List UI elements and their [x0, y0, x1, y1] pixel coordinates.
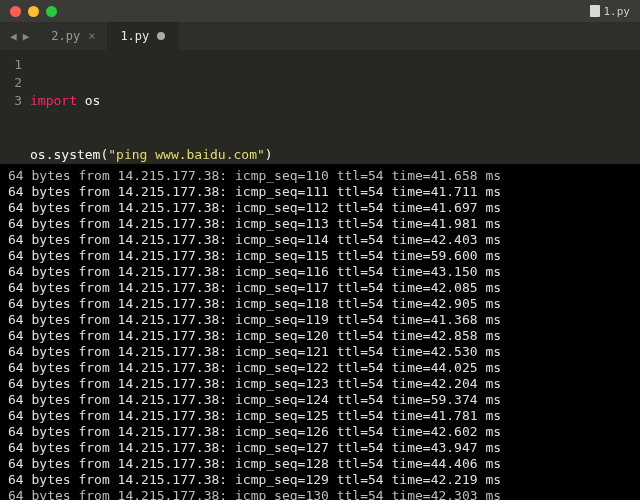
tab-nav-arrows: ◀ ▶ — [0, 22, 39, 50]
tab-label: 2.py — [51, 29, 80, 43]
module-os: os — [85, 93, 101, 108]
console-line: 64 bytes from 14.215.177.38: icmp_seq=11… — [8, 280, 632, 296]
nav-forward-icon[interactable]: ▶ — [23, 30, 30, 43]
console-line: 64 bytes from 14.215.177.38: icmp_seq=12… — [8, 376, 632, 392]
zoom-window-icon[interactable] — [46, 6, 57, 17]
close-tab-icon[interactable]: × — [88, 29, 95, 43]
code-area[interactable]: import os os.system("ping www.baidu.com"… — [30, 56, 640, 158]
window-title: 1.py — [590, 5, 631, 18]
console-line: 64 bytes from 14.215.177.38: icmp_seq=11… — [8, 200, 632, 216]
console-line: 64 bytes from 14.215.177.38: icmp_seq=11… — [8, 184, 632, 200]
console-line: 64 bytes from 14.215.177.38: icmp_seq=12… — [8, 344, 632, 360]
line-gutter: 1 2 3 — [0, 56, 30, 158]
nav-back-icon[interactable]: ◀ — [10, 30, 17, 43]
code-line: os.system("ping www.baidu.com") — [30, 146, 640, 164]
console-line: 64 bytes from 14.215.177.38: icmp_seq=12… — [8, 456, 632, 472]
line-number: 3 — [0, 92, 22, 110]
tab-bar: ◀ ▶ 2.py × 1.py — [0, 22, 640, 50]
code-line: import os — [30, 92, 640, 110]
paren-close: ) — [265, 147, 273, 162]
console-line: 64 bytes from 14.215.177.38: icmp_seq=11… — [8, 168, 632, 184]
console-line: 64 bytes from 14.215.177.38: icmp_seq=11… — [8, 216, 632, 232]
minimize-window-icon[interactable] — [28, 6, 39, 17]
window-titlebar: 1.py — [0, 0, 640, 22]
tab-label: 1.py — [120, 29, 149, 43]
console-line: 64 bytes from 14.215.177.38: icmp_seq=12… — [8, 392, 632, 408]
console-line: 64 bytes from 14.215.177.38: icmp_seq=12… — [8, 440, 632, 456]
console-line: 64 bytes from 14.215.177.38: icmp_seq=12… — [8, 408, 632, 424]
line-number: 1 — [0, 56, 22, 74]
string-arg: "ping www.baidu.com" — [108, 147, 265, 162]
tab-1py[interactable]: 1.py — [108, 22, 178, 50]
console-line: 64 bytes from 14.215.177.38: icmp_seq=11… — [8, 296, 632, 312]
file-icon — [590, 5, 600, 17]
code-editor[interactable]: 1 2 3 import os os.system("ping www.baid… — [0, 50, 640, 164]
console-line: 64 bytes from 14.215.177.38: icmp_seq=12… — [8, 328, 632, 344]
console-line: 64 bytes from 14.215.177.38: icmp_seq=11… — [8, 248, 632, 264]
window-title-text: 1.py — [604, 5, 631, 18]
console-line: 64 bytes from 14.215.177.38: icmp_seq=12… — [8, 472, 632, 488]
keyword-import: import — [30, 93, 77, 108]
line-number: 2 — [0, 74, 22, 92]
console-line: 64 bytes from 14.215.177.38: icmp_seq=13… — [8, 488, 632, 500]
fn-system: system — [53, 147, 100, 162]
console-line: 64 bytes from 14.215.177.38: icmp_seq=12… — [8, 360, 632, 376]
traffic-lights — [0, 6, 57, 17]
console-line: 64 bytes from 14.215.177.38: icmp_seq=11… — [8, 232, 632, 248]
close-window-icon[interactable] — [10, 6, 21, 17]
output-console[interactable]: 64 bytes from 14.215.177.38: icmp_seq=11… — [0, 164, 640, 500]
tab-2py[interactable]: 2.py × — [39, 22, 108, 50]
object-os: os — [30, 147, 46, 162]
dirty-indicator-icon — [157, 32, 165, 40]
console-line: 64 bytes from 14.215.177.38: icmp_seq=11… — [8, 312, 632, 328]
console-line: 64 bytes from 14.215.177.38: icmp_seq=11… — [8, 264, 632, 280]
console-line: 64 bytes from 14.215.177.38: icmp_seq=12… — [8, 424, 632, 440]
